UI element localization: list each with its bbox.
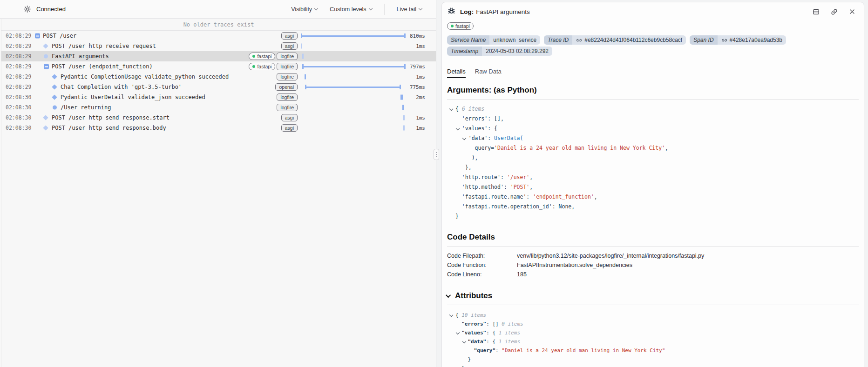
trace-row[interactable]: 02:08:29Pydantic CompletionUsage validat… [1, 72, 436, 82]
green-dot-icon [252, 65, 255, 68]
attributes-json: { 10 items "errors": [] 0 items "values"… [447, 311, 859, 367]
code-line: 'http.route': '/user', [447, 173, 859, 182]
detail-tags: fastapi [447, 21, 859, 30]
duration-bar [302, 66, 406, 67]
trace-tags: asgi [281, 114, 298, 121]
trace-row[interactable]: 02:08:29FastAPI argumentsfastapilogfire [1, 51, 436, 61]
trace-row[interactable]: 02:08:29Chat Completion with 'gpt-3.5-tu… [1, 82, 436, 92]
collapse-caret-icon[interactable] [446, 293, 451, 298]
visibility-dropdown[interactable]: Visibility [291, 6, 318, 13]
tab-raw-data[interactable]: Raw Data [475, 68, 502, 78]
trace-time: 02:08:29 [6, 73, 31, 80]
detail-tabs: DetailsRaw Data [447, 68, 859, 78]
trace-timeline [301, 113, 406, 123]
collapse-caret-icon[interactable] [449, 107, 453, 111]
meta-badge-value: 2024-05-03 02:08:29.292 [482, 47, 552, 56]
trace-label: Pydantic UserDetail validate_json succee… [61, 94, 205, 100]
duration-tick [400, 95, 403, 100]
trace-label: POST /user http send response.start [52, 114, 170, 121]
meta-badge-trace-id[interactable]: Trace ID#e8224d24d41f064b112c6eb9cb58cac… [544, 35, 686, 45]
trace-row[interactable]: 02:08:30POST /user http send response.st… [1, 113, 436, 123]
duration-tick [403, 115, 405, 120]
diamond-icon [52, 74, 57, 79]
code-detail-row: Code Filepath:venv/lib/python3.12/site-p… [447, 251, 859, 260]
tag-fastapi: fastapi [249, 53, 275, 60]
code-line: { 6 items [447, 104, 859, 114]
meta-badge-value: #428e17a0ea9ad53b [718, 35, 786, 45]
code-line: 'values': { [447, 124, 859, 133]
record-title: FastAPI arguments [476, 8, 530, 15]
code-detail-row: Code Lineno:185 [447, 270, 859, 279]
code-details-heading: Code Details [447, 233, 859, 247]
tag-fastapi: fastapi [249, 63, 275, 70]
diamond-icon [52, 94, 57, 100]
live-tail-dropdown[interactable]: Live tail [397, 6, 422, 13]
attributes-heading: Attributes [447, 291, 859, 305]
duration-tick [403, 126, 405, 131]
trace-timeline [301, 61, 406, 72]
trace-time: 02:08:29 [6, 63, 31, 70]
arguments-heading: Arguments: (as Python) [447, 86, 859, 100]
duration-tick [305, 74, 306, 80]
trace-tags: openai [275, 83, 298, 91]
trace-row[interactable]: 02:08:30/User returninglogfire [1, 102, 436, 113]
custom-levels-dropdown[interactable]: Custom levels [330, 6, 372, 13]
close-icon[interactable] [848, 8, 856, 15]
code-line: } [447, 355, 859, 364]
link-icon[interactable] [576, 37, 582, 43]
code-detail-row: Code Function:FastAPIInstrumentation.sol… [447, 260, 859, 270]
trace-time: 02:08:30 [6, 114, 31, 121]
code-detail-value: venv/lib/python3.12/site-packages/logfir… [517, 251, 859, 260]
trace-duration: 1ms [416, 43, 425, 49]
tag-logfire: logfire [277, 104, 298, 111]
trace-timeline [301, 72, 406, 82]
split-panel-icon[interactable] [812, 8, 820, 16]
tag-logfire: logfire [277, 53, 298, 60]
code-line: { 10 items [447, 311, 859, 320]
trace-time: 02:08:29 [6, 33, 31, 39]
tag-logfire: logfire [277, 63, 298, 70]
diamond-light-icon [43, 115, 48, 120]
trace-time: 02:08:29 [6, 43, 31, 49]
code-detail-label: Code Lineno: [447, 270, 517, 279]
diamond-light-icon [43, 43, 48, 48]
code-line: 'fastapi.route.operation_id': None, [447, 202, 859, 212]
code-detail-value: FastAPIInstrumentation.solve_dependencie… [517, 260, 859, 270]
trace-row[interactable]: 02:08:30POST /user http send response.bo… [1, 123, 436, 133]
trace-list: No older traces exist 02:08:29POST /user… [1, 19, 436, 367]
meta-badge-value: #e8224d24d41f064b112c6eb9cb58cacf [572, 35, 686, 45]
detail-header: Log: FastAPI arguments [447, 5, 859, 18]
collapse-caret-icon[interactable] [449, 313, 453, 317]
trace-row[interactable]: 02:08:29POST /user (endpoint_function)fa… [1, 61, 436, 72]
panel-resize-handle[interactable] [434, 149, 439, 160]
code-detail-label: Code Function: [447, 260, 517, 270]
trace-row[interactable]: 02:08:30Pydantic UserDetail validate_jso… [1, 92, 436, 102]
connection-status: Connected [36, 6, 66, 13]
code-detail-value: 185 [517, 270, 859, 279]
trace-row[interactable]: 02:08:29POST /user http receive requesta… [1, 41, 436, 51]
chevron-down-icon [368, 7, 372, 10]
trace-timeline [301, 92, 406, 102]
trace-duration: 1ms [416, 115, 425, 121]
trace-label: POST /user http receive request [52, 43, 156, 49]
chevron-down-icon [419, 7, 422, 10]
code-line: 'errors': [], [447, 114, 859, 124]
code-line: "query": "Daniel is a 24 year old man li… [447, 346, 859, 355]
trace-timeline [301, 31, 406, 41]
code-line: 'data': UserData( [447, 133, 859, 143]
tab-details[interactable]: Details [447, 68, 466, 78]
trace-duration: 810ms [410, 33, 425, 39]
tag-openai: openai [275, 83, 298, 91]
code-line: query='Daniel is a 24 year old man livin… [447, 143, 859, 153]
link-icon[interactable] [830, 8, 838, 16]
link-icon[interactable] [721, 37, 727, 43]
gear-icon[interactable] [23, 5, 31, 13]
meta-badge-span-id[interactable]: Span ID#428e17a0ea9ad53b [690, 35, 786, 45]
meta-badge-service-name: Service Nameunknown_service [447, 35, 540, 45]
duration-tick [301, 44, 302, 49]
trace-timeline [301, 51, 406, 61]
trace-row[interactable]: 02:08:29POST /userasgi810ms [1, 31, 436, 41]
trace-time: 02:08:30 [6, 94, 31, 100]
code-line: ), [447, 153, 859, 163]
meta-badge-timestamp: Timestamp2024-05-03 02:08:29.292 [447, 47, 552, 56]
